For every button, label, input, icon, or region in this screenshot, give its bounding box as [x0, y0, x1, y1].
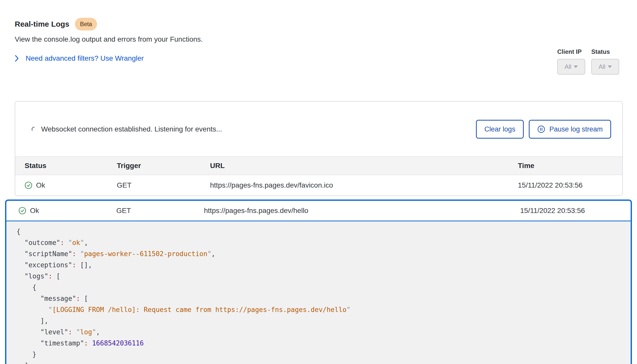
status-label: Ok [30, 207, 39, 215]
code-line: { [17, 282, 620, 293]
caret-down-icon [574, 65, 578, 68]
title-row: Real-time Logs Beta [15, 18, 622, 30]
status-filter-value: All [599, 63, 606, 70]
log-table-body: OkGEThttps://pages-fns.pages.dev/favicon… [15, 175, 622, 195]
log-table-header: StatusTriggerURLTime [15, 156, 622, 175]
selected-log-row[interactable]: OkGEThttps://pages-fns.pages.dev/hello15… [6, 201, 631, 221]
stream-bar: Websocket connection established. Listen… [15, 102, 622, 156]
pause-log-stream-label: Pause log stream [549, 125, 603, 133]
pause-log-stream-button[interactable]: Pause log stream [529, 120, 611, 139]
code-line: { [17, 226, 620, 237]
caret-down-icon [608, 65, 612, 68]
realtime-logs-page: Real-time Logs Beta View the console.log… [0, 0, 637, 364]
page-header: Real-time Logs Beta View the console.log… [0, 0, 637, 63]
stream-status: Websocket connection established. Listen… [31, 125, 222, 133]
code-line: "exceptions": [], [17, 259, 620, 271]
spinner-icon [31, 126, 37, 132]
code-line: ], [17, 360, 620, 364]
chevron-right-icon [15, 55, 19, 62]
log-detail-json: { "outcome": "ok", "scriptName": "pages-… [6, 221, 631, 364]
status-filter-label: Status [591, 48, 619, 55]
code-line: "[LOGGING FROM /hello]: Request came fro… [17, 304, 620, 315]
ok-status-icon [19, 207, 26, 214]
code-line: "timestamp": 1668542036116 [17, 338, 620, 349]
status-filter: Status All [591, 48, 619, 75]
status-filter-dropdown[interactable]: All [591, 59, 619, 75]
time-cell: 15/11/2022 20:53:56 [518, 181, 622, 189]
code-line: "logs": [ [17, 271, 620, 282]
code-line: "level": "log", [17, 326, 620, 338]
client-ip-filter-label: Client IP [557, 48, 585, 55]
column-header-url: URL [210, 162, 518, 170]
filters: Client IP All Status All [557, 48, 619, 75]
url-cell: https://pages-fns.pages.dev/favicon.ico [210, 181, 518, 189]
logs-panel: Websocket connection established. Listen… [15, 101, 623, 196]
clear-logs-button[interactable]: Clear logs [476, 120, 524, 139]
ok-status-icon [25, 181, 32, 189]
column-header-time: Time [518, 162, 622, 170]
code-line: "message": [ [17, 293, 620, 304]
code-line: "outcome": "ok", [17, 237, 620, 248]
code-line: } [17, 349, 620, 360]
log-table-row[interactable]: OkGEThttps://pages-fns.pages.dev/favicon… [15, 175, 622, 195]
page-description: View the console.log output and errors f… [15, 35, 622, 44]
column-header-status: Status [25, 162, 117, 170]
wrangler-link[interactable]: Need advanced filters? Use Wrangler [15, 54, 144, 63]
expanded-log-entry: OkGEThttps://pages-fns.pages.dev/hello15… [5, 200, 632, 364]
beta-badge: Beta [75, 18, 97, 30]
trigger-cell: GET [117, 181, 210, 189]
status-cell: Ok [19, 207, 116, 215]
wrangler-link-label: Need advanced filters? Use Wrangler [26, 54, 144, 63]
code-line: "scriptName": "pages-worker--611502-prod… [17, 248, 620, 259]
page-title: Real-time Logs [15, 19, 69, 29]
client-ip-filter: Client IP All [557, 48, 585, 75]
clear-logs-label: Clear logs [484, 125, 515, 133]
client-ip-filter-dropdown[interactable]: All [557, 59, 585, 75]
stream-actions: Clear logs Pause log stream [476, 120, 611, 139]
status-cell: Ok [25, 181, 117, 189]
trigger-cell: GET [116, 207, 204, 215]
url-cell: https://pages-fns.pages.dev/hello [204, 207, 520, 215]
time-cell: 15/11/2022 20:53:56 [520, 207, 631, 215]
pause-circle-icon [537, 125, 545, 133]
code-line: ], [17, 315, 620, 326]
stream-status-message: Websocket connection established. Listen… [41, 125, 222, 133]
client-ip-filter-value: All [565, 63, 571, 70]
status-label: Ok [36, 181, 45, 189]
column-header-trigger: Trigger [117, 162, 210, 170]
